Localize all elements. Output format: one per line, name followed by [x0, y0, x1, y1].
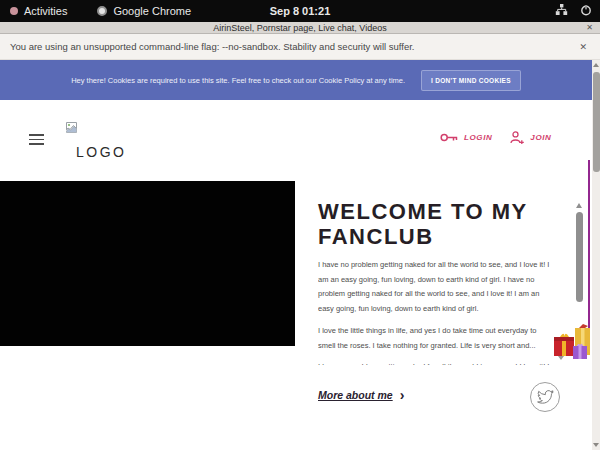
accept-cookies-button[interactable]: I DON'T MIND COOKIES [421, 70, 521, 91]
infobar-message: You are using an unsupported command-lin… [10, 41, 415, 52]
twitter-button[interactable] [530, 382, 560, 412]
window-title-bar: AirinSteel, Pornstar page, Live chat, Vi… [0, 22, 600, 34]
inner-scrollbar-thumb[interactable] [576, 212, 583, 302]
site-logo[interactable]: LOGO [66, 119, 126, 160]
logo-alt-text: LOGO [76, 144, 126, 160]
clock[interactable]: Sep 8 01:21 [0, 5, 600, 17]
gift-string [588, 160, 590, 330]
broken-image-icon [66, 122, 77, 133]
gnome-top-bar: Activities Google Chrome Sep 8 01:21 [0, 0, 600, 22]
gifts-widget[interactable] [552, 322, 594, 366]
cookie-message: Hey there! Cookies are required to use t… [71, 76, 405, 85]
person-plus-icon [510, 131, 525, 144]
window-close-icon[interactable]: ✕ [586, 23, 593, 32]
scroll-up-arrow[interactable] [593, 63, 599, 67]
join-button[interactable]: JOIN [510, 131, 551, 144]
cookie-banner: Hey there! Cookies are required to use t… [0, 60, 592, 100]
bio-paragraph-clipped: I have no problem getting naked for all … [318, 360, 550, 365]
hero-video-area[interactable] [0, 181, 295, 346]
login-button[interactable]: LOGIN [440, 131, 492, 144]
infobar-close-icon[interactable]: ✕ [579, 42, 587, 52]
network-icon[interactable] [555, 4, 568, 18]
welcome-title: WELCOME TO MY FANCLUB [318, 199, 548, 249]
window-title: AirinSteel, Pornstar page, Live chat, Vi… [213, 23, 386, 33]
more-about-me-label: More about me [318, 389, 393, 401]
bio-paragraph: I love the little things in life, and ye… [318, 324, 550, 353]
browser-scrollbar[interactable] [592, 60, 600, 450]
gift-boxes-icon [552, 322, 594, 362]
login-label: LOGIN [464, 133, 492, 142]
power-icon[interactable] [580, 4, 592, 18]
browser-scrollbar-thumb[interactable] [593, 72, 600, 172]
scroll-down-arrow[interactable] [593, 443, 599, 447]
chrome-flag-infobar: You are using an unsupported command-lin… [0, 34, 600, 60]
twitter-bird-icon [537, 390, 554, 405]
inner-scroll-up-arrow[interactable] [576, 203, 582, 208]
menu-hamburger-icon[interactable] [29, 134, 44, 145]
screen: Activities Google Chrome Sep 8 01:21 [0, 0, 600, 450]
key-icon [440, 132, 459, 143]
join-label: JOIN [530, 133, 551, 142]
more-about-me-link[interactable]: More about me › [318, 389, 404, 401]
chevron-right-icon: › [400, 390, 405, 400]
bio-paragraph: I have no problem getting naked for all … [318, 258, 550, 318]
